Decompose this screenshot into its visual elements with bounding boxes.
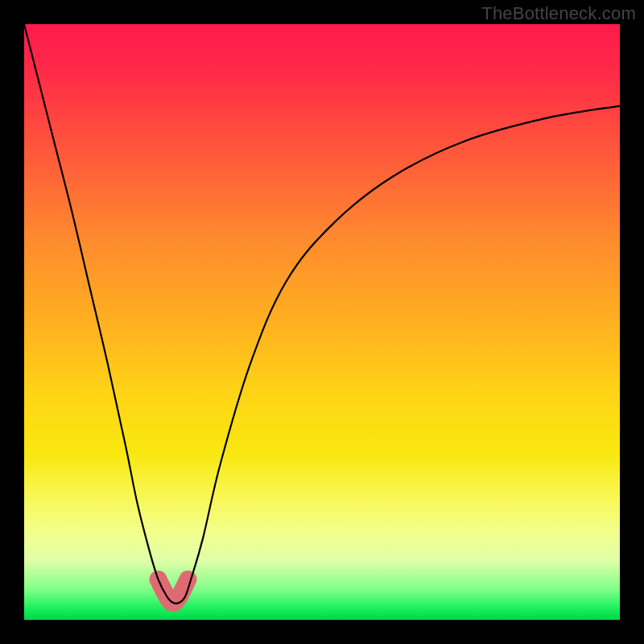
chart-plot-area [24, 24, 620, 620]
chart-container: TheBottleneck.com [0, 0, 644, 644]
chart-svg [24, 24, 620, 620]
attribution-text: TheBottleneck.com [481, 3, 636, 24]
bottleneck-curve-path [24, 24, 620, 604]
minimum-marker-path [159, 580, 188, 603]
